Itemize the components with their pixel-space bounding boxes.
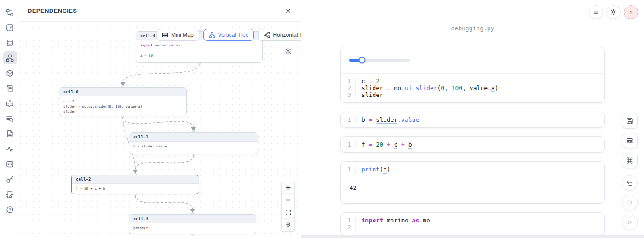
cell-editor[interactable]: 1import marimo as mo2 — [341, 213, 604, 235]
icon-sidebar: f — [0, 0, 20, 238]
line-number: 2 — [341, 224, 356, 231]
notebook-cell-4: 1import marimo as mo2 — [340, 212, 605, 235]
line-number: 1 — [341, 166, 356, 173]
logs-icon[interactable] — [3, 82, 17, 95]
save-icon[interactable] — [622, 113, 638, 129]
shutdown-close-icon[interactable] — [624, 5, 638, 19]
graph-node-cell-2[interactable]: cell-2f = 20 + c + b — [71, 175, 199, 194]
notebook-cell-1: 1b = slider.value — [340, 112, 605, 128]
secrets-key-icon[interactable] — [3, 173, 17, 186]
layout-panels-icon[interactable] — [622, 133, 638, 148]
menu-icon[interactable] — [589, 5, 603, 19]
graph-node-cell-3[interactable]: cell-3print(f) — [129, 214, 256, 234]
graph-node-cell-1[interactable]: cell-1b = slider.value — [129, 132, 258, 154]
app-window: f — [0, 0, 644, 238]
graph-node-title: cell-2 — [72, 175, 199, 184]
packages-icon[interactable] — [3, 67, 17, 79]
undo-icon[interactable] — [622, 175, 638, 191]
graph-settings-gear-icon[interactable] — [283, 46, 293, 56]
run-icon[interactable] — [622, 215, 638, 230]
slider-widget[interactable] — [349, 59, 410, 62]
functions-icon[interactable]: f — [3, 21, 17, 34]
dependencies-header: DEPENDENCIES — [20, 0, 301, 22]
graph-view-toggle: Mini Map Vertical Tree Horizontal Tree — [156, 29, 301, 41]
file-tree-icon[interactable] — [3, 6, 17, 19]
scratchpad-icon[interactable] — [3, 188, 17, 201]
line-number: 2 — [341, 85, 356, 91]
find-icon[interactable] — [3, 112, 17, 125]
panel-title: DEPENDENCIES — [28, 7, 77, 14]
svg-text:f: f — [9, 25, 12, 30]
notebook-area: debugging.py 1c = 22slider = mo.ui.slide… — [301, 0, 644, 238]
cell-editor[interactable]: 1b = slider.value — [341, 112, 604, 127]
line-number: 3 — [341, 91, 356, 98]
cell-output: 42 — [341, 177, 604, 203]
notebook-cell-2: 1f = 20 + c + b — [340, 136, 605, 153]
graph-node-code: f = 20 + c + b — [72, 184, 199, 193]
cell-editor[interactable]: 1f = 20 + c + b — [341, 137, 604, 152]
settings-gear-icon[interactable] — [606, 5, 621, 19]
svg-text:?: ? — [9, 207, 11, 211]
graph-node-code: import marimo as mo a = 20 — [136, 40, 262, 60]
line-number: 1 — [341, 217, 356, 224]
help-icon[interactable]: ? — [3, 203, 17, 216]
zoom-in-icon[interactable] — [282, 181, 294, 194]
cell-editor[interactable]: 1print(f) — [341, 162, 604, 177]
chat-icon[interactable] — [3, 97, 17, 110]
graph-node-code: b = slider.value — [129, 142, 258, 151]
stop-icon[interactable] — [622, 195, 638, 210]
graph-node-title: cell-0 — [59, 88, 186, 96]
graph-node-cell-0[interactable]: cell-0c = 2slider = mo.ui.slider(0, 100,… — [59, 87, 187, 116]
close-panel-icon[interactable] — [284, 6, 293, 15]
cell-editor[interactable]: 1c = 22slider = mo.ui.slider(0, 100, val… — [341, 74, 604, 102]
notebook-top-actions — [589, 5, 638, 19]
graph-node-title: cell-3 — [129, 215, 256, 223]
fit-view-icon[interactable] — [282, 206, 294, 219]
line-number: 1 — [341, 78, 356, 85]
graph-node-code: c = 2slider = mo.ui.slider(0, 100, value… — [59, 96, 186, 116]
slider-output — [341, 47, 604, 74]
documentation-icon[interactable] — [3, 127, 17, 140]
datasources-icon[interactable] — [3, 36, 17, 49]
pin-icon[interactable] — [282, 219, 294, 231]
line-number: 1 — [341, 116, 356, 123]
dependencies-panel: cell-4import marimo as mo a = 20cell-0c … — [20, 0, 301, 238]
line-number: 1 — [341, 141, 356, 148]
minimap-button[interactable]: Mini Map — [156, 29, 199, 41]
horizontal-tree-icon — [264, 32, 270, 38]
graph-controls — [281, 181, 295, 232]
zoom-out-icon[interactable] — [282, 194, 294, 206]
dependencies-icon[interactable] — [3, 51, 17, 64]
vertical-tree-icon — [209, 32, 215, 38]
notebook-cell-0: 1c = 22slider = mo.ui.slider(0, 100, val… — [340, 47, 605, 103]
graph-node-title: cell-1 — [129, 133, 258, 142]
vertical-tree-button[interactable]: Vertical Tree — [203, 29, 254, 41]
bottom-edge — [301, 235, 644, 238]
minimap-icon — [162, 32, 168, 38]
snippets-icon[interactable] — [3, 158, 17, 170]
graph-node-code: print(f) — [129, 223, 256, 233]
command-palette-icon[interactable] — [622, 153, 638, 168]
horizontal-tree-button[interactable]: Horizontal Tree — [258, 29, 301, 41]
notebook-side-actions — [622, 113, 638, 230]
tracing-icon[interactable] — [3, 142, 17, 155]
slider-thumb[interactable] — [358, 57, 365, 64]
notebook-cell-3: 1print(f)42 — [340, 161, 605, 204]
